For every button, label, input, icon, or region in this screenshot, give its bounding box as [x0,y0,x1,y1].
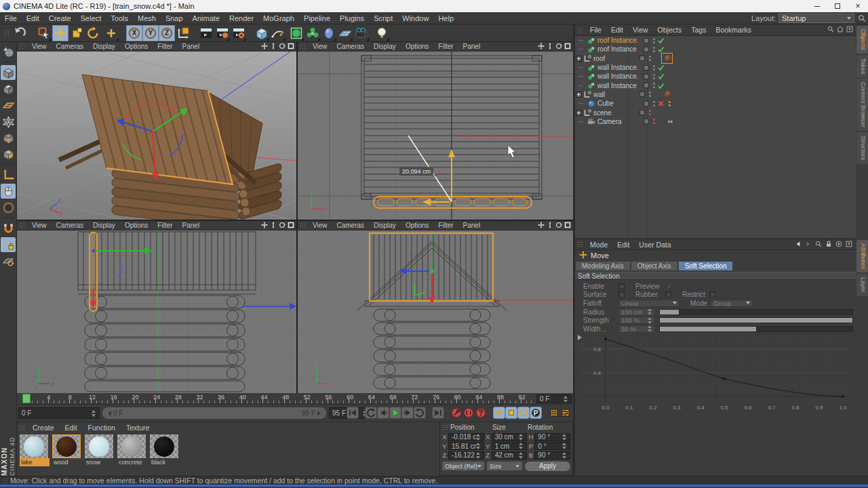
viewport-menu-cameras[interactable]: Cameras [332,43,370,50]
enabled-check-icon[interactable] [657,37,665,44]
add-light-button[interactable] [374,25,390,41]
focus-icon[interactable] [835,240,843,249]
object-row-wall-instance-1[interactable]: wall Instance.1 [575,72,856,81]
apply-button[interactable]: Apply [525,462,570,471]
menu-create[interactable]: Create [44,12,76,24]
close-button[interactable]: × [848,0,868,12]
viewport-menu-view[interactable]: View [308,43,332,50]
object-name[interactable]: Cube [597,100,638,107]
expander-icon[interactable] [576,110,582,116]
viewport-menu-panel[interactable]: Panel [458,43,486,50]
panel-grip[interactable] [442,424,448,430]
object-row-scene[interactable]: scene [575,108,856,117]
panel-grip[interactable] [19,425,25,431]
lock-workplane-button[interactable] [1,237,16,252]
visibility-dots[interactable] [653,74,655,79]
object-row-wall-instance-2[interactable]: wall Instance.2 [575,63,856,72]
material-thumbnail[interactable] [52,434,81,458]
object-name[interactable]: scene [593,109,634,117]
material-thumbnail[interactable] [150,434,178,458]
current-frame-field[interactable]: 0 F [18,407,100,419]
add-camera-button[interactable] [353,25,370,41]
layer-toggle[interactable] [639,56,645,61]
size-z-field[interactable]: 42 cm [492,451,528,460]
lock-icon[interactable] [825,240,833,249]
width-slider[interactable] [659,326,853,332]
rubber-checkbox[interactable] [665,291,671,298]
goto-end-button[interactable] [432,407,444,419]
menu-help[interactable]: Help [433,12,458,24]
viewport-menu-display[interactable]: Display [88,43,120,50]
rotate-workplane-button[interactable] [1,253,16,268]
timeline-ruler[interactable]: 0481216202428323640444852566064687276808… [17,393,573,405]
scroll-to-first-icon[interactable] [845,240,853,249]
viewport-menu-filter[interactable]: Filter [433,222,458,229]
record-options-button[interactable] [475,407,487,419]
menu-select[interactable]: Select [76,12,106,24]
rotate-view-icon[interactable] [555,222,562,230]
rotate-tool[interactable] [85,25,101,41]
pan-view-icon[interactable] [538,222,545,230]
expander-icon[interactable] [576,92,582,98]
radius-slider[interactable] [659,309,853,315]
viewport-menu-cameras[interactable]: Cameras [52,222,89,229]
viewport-menu-view[interactable]: View [27,43,52,50]
viewport-menu-options[interactable]: Options [120,43,153,50]
panel-grip[interactable] [19,43,25,49]
live-selection-tool[interactable] [36,25,52,41]
attr-menu-mode[interactable]: Mode [585,241,612,249]
objects-menu-objects[interactable]: Objects [653,26,687,34]
object-name[interactable]: roof Instance [597,45,638,53]
visibility-dots[interactable] [653,38,655,43]
timeline-options-button[interactable] [559,407,572,419]
materials-menu-function[interactable]: Function [83,424,121,432]
menu-plugins[interactable]: Plugins [335,12,369,24]
key-parameter-toggle[interactable]: P [530,407,542,419]
viewport-menu-cameras[interactable]: Cameras [52,43,89,50]
objects-menu-bookmarks[interactable]: Bookmarks [711,26,756,34]
undo-button[interactable] [12,25,28,41]
viewport-menu-panel[interactable]: Panel [178,222,205,229]
panel-grip[interactable] [577,27,583,33]
expander-icon[interactable] [576,56,582,62]
enable-checkbox[interactable] [618,283,625,289]
pan-view-icon[interactable] [538,43,545,51]
visibility-dots[interactable] [649,92,651,97]
magnet-snap-button[interactable] [1,221,16,236]
mode-select[interactable]: Group [711,300,753,307]
render-settings-button[interactable] [231,25,247,41]
rotate-view-icon[interactable] [555,43,562,51]
history-back-icon[interactable] [794,240,802,249]
material-black[interactable]: black [150,434,180,466]
menu-pipeline[interactable]: Pipeline [299,12,335,24]
layer-toggle[interactable] [644,47,649,52]
size-y-field[interactable]: 1 cm [492,442,528,450]
pan-view-icon[interactable] [261,43,268,51]
rotation-p-field[interactable]: 0 ° [534,442,570,450]
object-name[interactable]: roof [593,55,634,62]
objects-menu-view[interactable]: View [628,26,653,34]
coordinate-mode-select[interactable]: Object (Rel) [442,462,484,470]
maximize-view-icon[interactable] [564,222,571,230]
key-pla-toggle[interactable] [548,407,560,419]
y-axis-lock[interactable]: Y [142,25,159,41]
selected-plank[interactable] [90,232,97,311]
maximize-view-icon[interactable] [288,43,294,51]
material-wood[interactable]: wood [52,434,82,466]
viewport-menu-display[interactable]: Display [369,43,401,50]
make-editable-button[interactable] [1,44,16,59]
materials-menu-texture[interactable]: Texture [121,424,155,432]
coordinate-system-toggle[interactable] [175,25,191,41]
objects-menu-file[interactable]: File [585,26,606,34]
object-row-roof-instance[interactable]: roof Instance [575,45,856,54]
preview-range-slider[interactable]: 0 F 95 F [102,407,326,419]
materials-menu-edit[interactable]: Edit [60,424,83,432]
layer-toggle[interactable] [644,83,649,88]
panel-tab-attributes[interactable]: Attributes [856,240,868,272]
tab-modeling-axis[interactable]: Modeling Axis [576,262,630,270]
rotate-view-icon[interactable] [279,43,285,51]
curve-expand-icon[interactable] [578,335,582,340]
panel-tab-takes[interactable]: Takes [856,55,868,78]
maximize-view-icon[interactable] [288,222,294,230]
viewport-menu-cameras[interactable]: Cameras [332,222,370,229]
